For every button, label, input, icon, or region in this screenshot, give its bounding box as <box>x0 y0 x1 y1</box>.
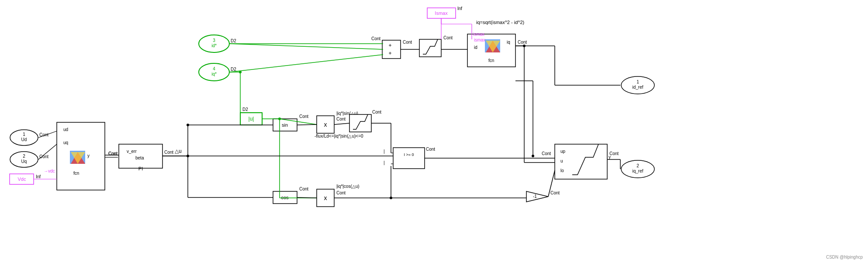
svg-text:ismax: ismax <box>474 38 485 42</box>
svg-text:iq*: iq* <box>211 72 217 76</box>
svg-text:up: up <box>560 149 566 154</box>
svg-text:4: 4 <box>213 66 215 71</box>
svg-text:Cont: Cont <box>336 190 346 195</box>
svg-text:iq: iq <box>507 40 510 45</box>
svg-text:-1: -1 <box>533 194 537 199</box>
svg-text:I >= 0: I >= 0 <box>404 152 414 157</box>
svg-text:Cont: Cont <box>39 132 48 137</box>
svg-text:Uq: Uq <box>21 159 27 164</box>
svg-text:△u: △u <box>175 148 182 154</box>
svg-text:Ismax: Ismax <box>435 10 448 16</box>
main-diagram: 1 Ud Cont 2 Uq Cont Vdc Inf ud uq y fcn … <box>0 0 868 263</box>
svg-text:iq=sqrt(ismax^2 - id^2): iq=sqrt(ismax^2 - id^2) <box>476 20 524 25</box>
svg-text:u: u <box>560 159 563 163</box>
svg-text:uq: uq <box>63 140 68 145</box>
svg-text:Cont: Cont <box>372 110 381 114</box>
svg-text:Cont: Cont <box>542 151 551 156</box>
svg-text:cos: cos <box>281 195 289 200</box>
svg-text:y: y <box>87 153 90 158</box>
svg-text:Vdc: Vdc <box>18 176 26 182</box>
svg-text:|u|: |u| <box>249 116 254 122</box>
svg-text:|iq*|cos(△u): |iq*|cos(△u) <box>336 184 360 189</box>
svg-text:x: x <box>324 121 327 128</box>
svg-text:beta: beta <box>135 156 144 160</box>
svg-text:-flux/Ld<=|iq*|sin(△u)<=0: -flux/Ld<=|iq*|sin(△u)<=0 <box>315 134 363 138</box>
watermark: CSDN @hlpinghcp <box>826 255 863 260</box>
diagram-container: 1 Ud Cont 2 Uq Cont Vdc Inf ud uq y fcn … <box>0 0 868 263</box>
svg-text:fcn: fcn <box>488 58 494 63</box>
svg-text:1: 1 <box>636 80 639 84</box>
svg-point-146 <box>390 197 392 199</box>
svg-text:Cont: Cont <box>443 35 453 40</box>
svg-rect-59 <box>349 114 371 132</box>
svg-text:Cont: Cont <box>403 40 412 45</box>
svg-text:+: + <box>388 50 391 56</box>
svg-text:ismax: ismax <box>473 32 484 37</box>
svg-text:x: x <box>324 194 327 201</box>
svg-text:id*: id* <box>211 43 217 48</box>
svg-text:fcn: fcn <box>73 171 79 176</box>
svg-point-157 <box>187 124 189 126</box>
svg-text:iq_ref: iq_ref <box>632 169 643 173</box>
svg-text:D2: D2 <box>231 38 236 43</box>
svg-text:Cont: Cont <box>164 150 173 155</box>
svg-text:Cont: Cont <box>336 117 346 121</box>
svg-text:|: | <box>384 160 385 165</box>
svg-text:id_ref: id_ref <box>632 85 643 90</box>
svg-point-117 <box>278 118 281 120</box>
svg-rect-83 <box>393 148 425 169</box>
svg-text:2: 2 <box>23 154 25 159</box>
svg-text:Cont: Cont <box>299 187 308 191</box>
svg-text:Inf: Inf <box>36 174 41 179</box>
svg-text:2: 2 <box>636 163 639 168</box>
svg-text:Inf: Inf <box>457 6 462 11</box>
svg-text:|: | <box>384 149 385 154</box>
svg-line-126 <box>297 197 317 198</box>
svg-text:D2: D2 <box>231 67 236 72</box>
svg-text:ud: ud <box>63 127 68 132</box>
svg-text:v_err: v_err <box>127 149 137 154</box>
svg-text:Cont: Cont <box>609 151 619 156</box>
svg-text:→vdc: →vdc <box>44 169 55 173</box>
svg-text:Cont: Cont <box>518 40 527 45</box>
svg-rect-67 <box>419 39 441 57</box>
svg-text:+: + <box>388 42 391 48</box>
svg-point-143 <box>532 155 534 157</box>
svg-text:Cont: Cont <box>550 190 560 195</box>
svg-point-150 <box>523 45 526 47</box>
svg-text:Cont: Cont <box>299 114 308 119</box>
svg-text:id: id <box>474 45 477 50</box>
svg-text:1: 1 <box>23 132 25 137</box>
svg-text:sin: sin <box>282 122 288 128</box>
svg-text:Cont: Cont <box>371 36 380 41</box>
svg-text:D2: D2 <box>242 107 248 112</box>
svg-line-125 <box>297 125 317 125</box>
svg-text:PI: PI <box>138 166 143 171</box>
svg-text:lo: lo <box>560 168 564 173</box>
svg-text:Cont: Cont <box>426 147 435 152</box>
svg-text:3: 3 <box>213 38 215 43</box>
svg-text:Ud: Ud <box>21 137 27 142</box>
